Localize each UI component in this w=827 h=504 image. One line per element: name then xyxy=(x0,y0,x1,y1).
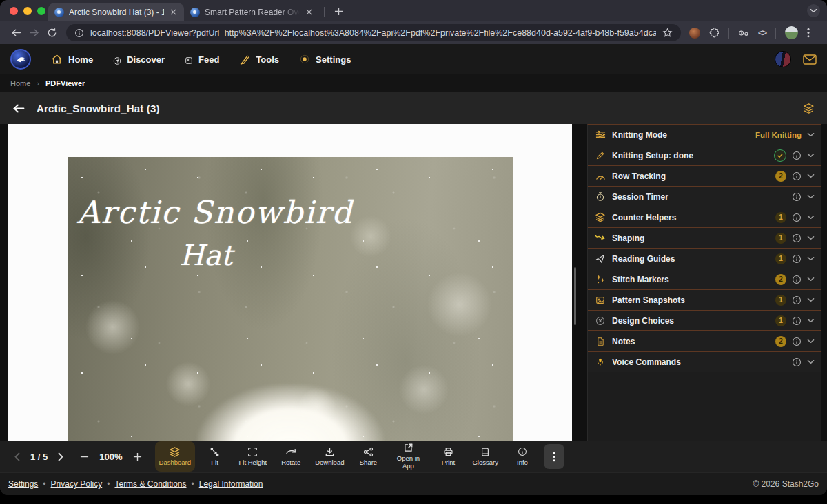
close-tab-icon[interactable] xyxy=(305,8,314,17)
zoom-in-button[interactable] xyxy=(127,452,148,461)
panel-label: Pattern Snapshots xyxy=(612,295,685,305)
toolbar-divider xyxy=(775,28,776,39)
info-button[interactable]: Info xyxy=(507,441,538,472)
password-manager-icon[interactable] xyxy=(738,29,749,37)
panel-stitch-markers[interactable]: Stitch Markers2 xyxy=(588,269,821,290)
back-button[interactable] xyxy=(12,103,25,114)
browser-forward-button[interactable] xyxy=(25,28,43,37)
scrollbar[interactable] xyxy=(574,267,576,325)
info-icon[interactable] xyxy=(792,192,802,202)
fit-button[interactable]: Fit xyxy=(199,441,231,472)
share-button[interactable]: Share xyxy=(352,441,384,472)
more-options-button[interactable] xyxy=(544,444,564,469)
panel-session-timer[interactable]: Session Timer xyxy=(588,187,821,207)
prev-page-button[interactable] xyxy=(8,452,26,461)
rotate-button[interactable]: Rotate xyxy=(275,441,307,472)
chevron-down-icon[interactable] xyxy=(807,132,815,137)
browser-profile-avatar[interactable] xyxy=(785,26,798,39)
fit-height-button[interactable]: Fit Height xyxy=(235,441,272,472)
chevron-down-icon[interactable] xyxy=(807,318,815,323)
info-icon[interactable] xyxy=(792,151,802,160)
close-window-button[interactable] xyxy=(10,7,18,15)
breadcrumb-home[interactable]: Home xyxy=(10,79,30,87)
site-info-icon[interactable] xyxy=(74,28,84,38)
chevron-down-icon[interactable] xyxy=(807,153,815,158)
panel-shaping[interactable]: Shaping1 xyxy=(588,228,821,249)
chevron-down-icon[interactable] xyxy=(807,339,815,344)
panel-counter-helpers[interactable]: Counter Helpers1 xyxy=(588,207,821,228)
dashboard-button[interactable]: Dashboard xyxy=(155,441,195,472)
info-icon[interactable] xyxy=(792,316,802,326)
info-icon[interactable] xyxy=(792,337,802,346)
panel-knitting-setup-done[interactable]: Knitting Setup: done xyxy=(588,145,821,166)
chevron-down-icon[interactable] xyxy=(807,256,815,261)
browser-reload-button[interactable] xyxy=(43,28,61,38)
main-content: Arctic Snowbird Hat Knitting ModeFull Kn… xyxy=(0,124,827,441)
panel-knitting-mode[interactable]: Knitting ModeFull Knitting xyxy=(588,125,821,145)
info-icon[interactable] xyxy=(792,233,802,243)
info-icon[interactable] xyxy=(792,171,802,181)
fit-icon xyxy=(210,446,220,457)
footer-link-privacy-policy[interactable]: Privacy Policy xyxy=(51,479,103,489)
minimize-window-button[interactable] xyxy=(23,7,32,15)
panel-row-tracking[interactable]: Row Tracking2 xyxy=(588,166,821,187)
panel-notes[interactable]: Notes2 xyxy=(588,331,821,352)
panel-pattern-snapshots[interactable]: Pattern Snapshots1 xyxy=(588,290,821,311)
gauge-icon xyxy=(595,171,606,180)
zoom-window-button[interactable] xyxy=(37,7,45,15)
chevron-down-icon[interactable] xyxy=(807,359,815,364)
footer-link-terms-conditions[interactable]: Terms & Conditions xyxy=(114,479,186,489)
close-tab-icon[interactable] xyxy=(169,8,178,17)
print-button[interactable]: Print xyxy=(432,441,464,472)
new-tab-button[interactable] xyxy=(329,3,349,21)
user-avatar[interactable] xyxy=(775,51,791,67)
bookmark-star-icon[interactable] xyxy=(662,28,673,38)
status-done-check-icon xyxy=(774,149,786,162)
footer-link-legal-information[interactable]: Legal Information xyxy=(199,479,263,489)
footer-link-settings[interactable]: Settings xyxy=(8,479,38,489)
tab-smart-pattern-reader[interactable]: Smart Pattern Reader Overview xyxy=(184,3,320,21)
devtools-code-icon[interactable]: <> xyxy=(758,28,766,38)
browser-menu-kebab-icon[interactable] xyxy=(807,28,810,38)
panel-voice-commands[interactable]: Voice Commands xyxy=(588,352,821,372)
mail-icon[interactable] xyxy=(803,54,817,65)
chevron-down-icon[interactable] xyxy=(807,235,815,240)
chevron-down-icon[interactable] xyxy=(807,277,815,282)
nav-item-discover[interactable]: Discover xyxy=(113,54,165,65)
browser-back-button[interactable] xyxy=(7,28,25,37)
nav-item-tools[interactable]: Tools xyxy=(239,54,279,65)
info-icon[interactable] xyxy=(792,295,802,305)
chevron-down-icon[interactable] xyxy=(807,215,815,220)
url-field[interactable]: localhost:8088/PDFViewer?pdfUrl=http%3A%… xyxy=(66,24,681,41)
download-button[interactable]: Download xyxy=(311,441,348,472)
count-badge: 1 xyxy=(775,233,786,244)
layers-panel-toggle-icon[interactable] xyxy=(803,103,815,114)
toolbar-button-label: Rotate xyxy=(281,459,300,467)
extension-avatar-icon[interactable] xyxy=(689,28,700,39)
info-icon[interactable] xyxy=(792,213,802,222)
chevron-down-icon[interactable] xyxy=(807,297,815,302)
chevron-down-icon[interactable] xyxy=(807,194,815,199)
info-icon[interactable] xyxy=(792,254,802,264)
open-in-app-button[interactable]: Open in App xyxy=(388,441,428,472)
panel-reading-guides[interactable]: Reading Guides1 xyxy=(588,249,821,269)
count-badge: 2 xyxy=(775,171,786,182)
app-logo[interactable] xyxy=(10,49,31,70)
nav-item-settings[interactable]: Settings xyxy=(299,54,351,65)
extensions-puzzle-icon[interactable] xyxy=(709,28,719,38)
url-text[interactable]: localhost:8088/PDFViewer?pdfUrl=http%3A%… xyxy=(90,28,656,38)
next-page-button[interactable] xyxy=(52,452,70,461)
nav-item-home[interactable]: Home xyxy=(51,54,93,65)
chevron-down-icon[interactable] xyxy=(807,174,815,178)
tab-search-chevron-icon[interactable] xyxy=(807,4,820,17)
glossary-button[interactable]: Glossary xyxy=(468,441,502,472)
cover-title-line2: Hat xyxy=(77,239,335,272)
tab-arctic-snowbird[interactable]: Arctic Snowbird Hat (3) - 1/5 xyxy=(48,3,184,21)
panel-controls: 1 xyxy=(775,233,815,244)
info-icon[interactable] xyxy=(792,275,802,284)
panel-design-choices[interactable]: Design Choices1 xyxy=(588,311,821,331)
info-icon[interactable] xyxy=(792,357,802,367)
zoom-out-button[interactable] xyxy=(74,452,95,461)
count-badge: 1 xyxy=(775,295,786,306)
nav-item-feed[interactable]: Feed xyxy=(185,54,219,65)
